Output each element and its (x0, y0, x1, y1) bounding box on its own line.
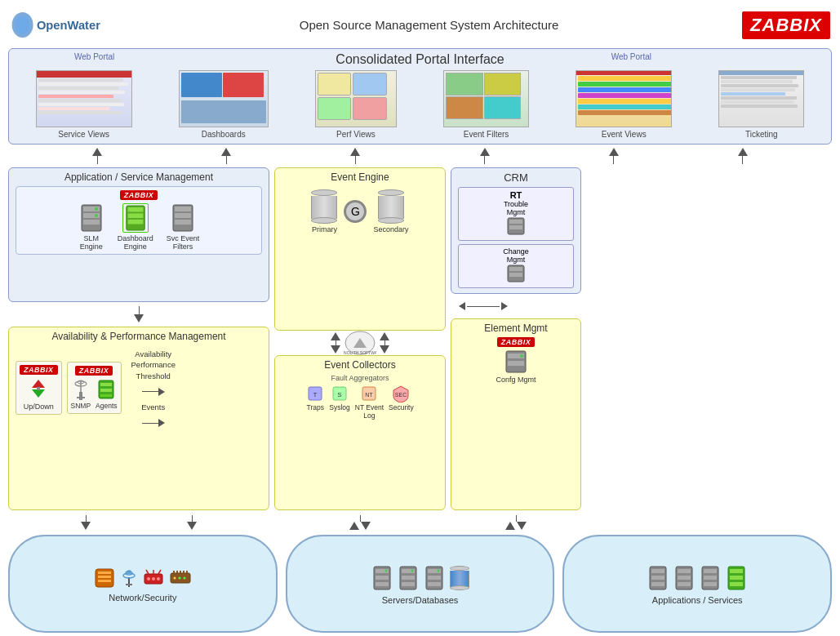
svg-rect-97 (704, 569, 717, 573)
fault-item-nt-event: NT NT EventLog (355, 385, 384, 420)
main-layout-grid: Application / Service Management ZABBIX (8, 167, 832, 510)
center-column: Event Engine Primary G (274, 167, 446, 510)
nt-event-icon: NT (360, 385, 378, 403)
svg-rect-102 (730, 576, 743, 580)
screenshot-event-views (576, 70, 672, 127)
agents-svg (97, 377, 115, 402)
updown-icon (26, 376, 51, 401)
network-devices (94, 567, 192, 589)
svg-rect-75 (376, 576, 389, 580)
svg-rect-98 (704, 576, 717, 580)
dashboard-engine-item: DashboardEngine (118, 203, 153, 251)
web-portal-left-label: Web Portal (74, 52, 114, 61)
app-service-title: Application / Service Management (16, 171, 262, 183)
svg-rect-20 (79, 392, 82, 400)
svg-rect-89 (651, 569, 664, 573)
dashboard-server-icon (122, 203, 149, 233)
left-column: Application / Service Management ZABBIX (8, 167, 269, 510)
svg-rect-27 (100, 389, 112, 392)
server2-icon (398, 565, 419, 591)
svg-point-1 (16, 16, 29, 34)
app-service-devices (647, 565, 747, 591)
arrow-engine-collectors2 (380, 332, 389, 354)
fault-item-syslog: S Syslog (329, 385, 350, 420)
monolith-connector: MONOLITH SOFTWARE (274, 335, 446, 351)
screenshot-ticketing (718, 70, 804, 127)
updown-label: Up/Down (24, 403, 54, 411)
svg-rect-99 (704, 582, 717, 586)
fault-agg-label: Fault Aggregators (282, 374, 438, 382)
svg-rect-39 (509, 220, 522, 224)
zabbix-badge-avail: ZABBIX (20, 365, 58, 375)
element-mgmt-section: Element Mgmt ZABBIX Confg Mgmt (451, 318, 581, 510)
secondary-label: Secondary (373, 225, 408, 233)
security-label: Security (389, 403, 414, 411)
arrow-perf-up (350, 148, 360, 164)
primary-label: Primary (312, 225, 337, 233)
slm-engine-item: SLMEngine (78, 203, 104, 251)
arrow-collectors-engine (331, 332, 340, 354)
crm-inner: RT TroubleMgmt ChangeMgmt (458, 187, 574, 288)
svg-point-70 (173, 576, 176, 579)
svg-rect-26 (100, 383, 112, 386)
crm-change-label: ChangeMgmt (464, 247, 568, 264)
event-engine-section: Event Engine Primary G (274, 167, 446, 331)
confg-server-icon (504, 349, 528, 374)
portal-view-event-views: Event Views (576, 70, 672, 139)
zabbix-badge-element: ZABBIX (497, 337, 536, 347)
portal-title: Consolidated Portal Interface (16, 52, 824, 67)
syslog-icon: S (331, 385, 349, 403)
confg-label: Confg Mgmt (496, 376, 536, 384)
event-engine-title: Event Engine (282, 171, 438, 183)
gear-icon: G (344, 200, 367, 223)
svg-line-63 (158, 570, 161, 574)
crm-section: CRM RT TroubleMgmt ChangeMgmt (451, 167, 581, 294)
arrow-service-up (92, 148, 102, 164)
svg-rect-95 (678, 582, 691, 586)
avail-perf-title: Availability & Performance Management (16, 331, 262, 342)
firewall-icon (94, 567, 115, 589)
event-engine-primary: Primary (311, 189, 337, 233)
web-portal-right-label: Web Portal (611, 52, 651, 61)
svg-marker-18 (32, 389, 45, 398)
antenna-icon (120, 567, 138, 589)
event-engine-gear: G (344, 200, 367, 223)
svg-rect-43 (509, 273, 522, 277)
crm-title: CRM (458, 171, 574, 184)
event-views-label: Event Views (602, 130, 647, 139)
avail-snmp-box: ZABBIX SNMP (67, 362, 122, 414)
svg-line-61 (146, 570, 149, 574)
router-icon (143, 567, 164, 589)
arrow-collector-down (349, 515, 371, 530)
threshold-label: AvailabilityPerformanceThreshold (131, 349, 176, 381)
svg-rect-50 (98, 576, 111, 578)
svg-point-59 (152, 577, 155, 580)
ticketing-label: Ticketing (745, 130, 778, 139)
events-label: Events (141, 403, 165, 412)
server-db-devices (371, 565, 469, 591)
portal-section: Web Portal Web Portal Consolidated Porta… (8, 48, 832, 145)
screenshot-dashboards (179, 70, 269, 127)
crm-server-icon (506, 216, 526, 236)
svg-rect-16 (175, 220, 191, 225)
event-engine-secondary: Secondary (373, 189, 408, 233)
infra-network-security: Network/Security (8, 535, 278, 633)
snmp-svg (72, 377, 90, 402)
traps-label: Traps (307, 403, 324, 411)
server1-icon (371, 565, 393, 591)
portal-view-ticketing: Ticketing (718, 70, 804, 139)
svg-rect-21 (77, 397, 85, 398)
svg-rect-91 (651, 582, 664, 586)
app-server3-icon (700, 565, 721, 591)
zabbix-badge-app: ZABBIX (120, 190, 158, 200)
app-mgmt-inner: ZABBIX SLMEngine (16, 186, 262, 255)
fault-item-traps: T Traps (306, 385, 324, 420)
agents-icon: Agents (96, 377, 117, 410)
service-views-label: Service Views (58, 130, 109, 139)
dashboard-label: DashboardEngine (118, 234, 153, 251)
crm-rt: RT TroubleMgmt (458, 187, 574, 241)
svg-point-71 (178, 576, 180, 579)
arrow-ticket-up (738, 148, 748, 164)
svg-rect-90 (651, 576, 664, 580)
svg-marker-17 (32, 380, 45, 388)
